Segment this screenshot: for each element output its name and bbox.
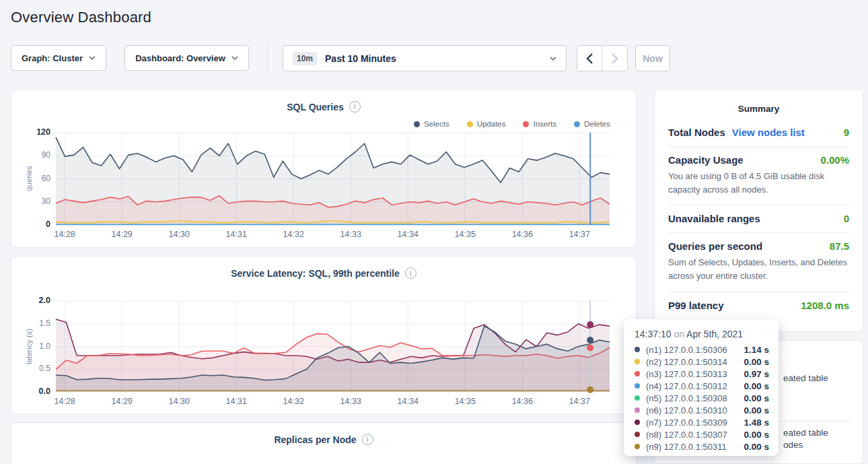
tooltip-node-row: (n2) 127.0.0.1:503140.00 s bbox=[635, 356, 769, 368]
time-step-buttons bbox=[577, 45, 628, 71]
summary-metric-value: 87.5 bbox=[830, 240, 849, 252]
x-tick-label: 14:37 bbox=[563, 397, 595, 406]
next-time-button[interactable] bbox=[602, 46, 627, 71]
y-tick-label: 1.0 bbox=[13, 341, 50, 351]
y-tick-label: 0 bbox=[13, 220, 50, 229]
x-tick-label: 14:32 bbox=[277, 397, 310, 406]
x-tick-label: 14:30 bbox=[163, 230, 195, 239]
node-color-dot bbox=[635, 359, 640, 364]
summary-metric-label: P99 latency bbox=[668, 300, 724, 311]
tooltip-node-row: (n9) 127.0.0.1:503110.00 s bbox=[635, 440, 769, 453]
event-item-fragment: eated table bbox=[783, 373, 828, 383]
summary-metric-subtext: Sum of Selects, Updates, Inserts, and De… bbox=[668, 256, 849, 283]
replicas-per-node-chart-panel: Replicas per Node i bbox=[11, 422, 637, 464]
service-latency-chart-panel: Service Latency: SQL, 99th percentile i … bbox=[11, 256, 637, 414]
chevron-down-icon bbox=[231, 56, 238, 60]
node-color-dot bbox=[635, 432, 640, 437]
prev-time-button[interactable] bbox=[577, 46, 602, 71]
x-tick-label: 14:33 bbox=[334, 230, 367, 239]
legend-dot bbox=[574, 121, 580, 127]
tooltip-node-value: 0.00 s bbox=[744, 430, 769, 440]
y-tick-label: 90 bbox=[13, 150, 50, 160]
y-tick-label: 120 bbox=[13, 127, 50, 137]
legend-item-selects[interactable]: Selects bbox=[414, 120, 449, 128]
chart-title: Service Latency: SQL, 99th percentile bbox=[231, 268, 400, 279]
x-tick-label: 14:31 bbox=[220, 230, 252, 239]
y-tick-label: 1.5 bbox=[13, 319, 50, 328]
tooltip-node-value: 0.97 s bbox=[744, 369, 769, 379]
node-color-dot bbox=[635, 371, 640, 376]
summary-metric-subtext: You are using 0 B of 4.5 GiB usable disk… bbox=[668, 170, 849, 197]
x-tick-label: 14:34 bbox=[392, 397, 424, 406]
y-tick-label: 30 bbox=[13, 197, 50, 206]
chevron-right-icon bbox=[611, 53, 618, 64]
tooltip-node-row: (n1) 127.0.0.1:503061.14 s bbox=[635, 343, 769, 356]
y-tick-label: 0.0 bbox=[13, 387, 50, 396]
dashboard-dropdown-label: Dashboard: Overview bbox=[135, 53, 225, 63]
time-range-picker[interactable]: 10m Past 10 Minutes bbox=[283, 45, 567, 71]
chevron-down-icon bbox=[550, 57, 556, 61]
tooltip-timestamp: 14:37:10 on Apr 5th, 2021 bbox=[635, 329, 769, 339]
service-latency-plot[interactable] bbox=[56, 301, 610, 392]
now-button[interactable]: Now bbox=[635, 45, 670, 71]
sql-queries-chart-panel: SQL Queries i SelectsUpdatesInsertsDelet… bbox=[11, 90, 637, 248]
legend-label: Selects bbox=[424, 120, 449, 128]
summary-metric-row: P99 latency1208.0 ms bbox=[668, 292, 849, 319]
chart-title: Replicas per Node bbox=[274, 434, 356, 445]
node-color-dot bbox=[635, 383, 640, 389]
tooltip-node-value: 1.14 s bbox=[744, 345, 769, 355]
tooltip-node-address: (n9) 127.0.0.1:50311 bbox=[646, 442, 727, 452]
legend-label: Deletes bbox=[584, 120, 610, 128]
sql-queries-plot[interactable] bbox=[56, 133, 610, 225]
legend-dot bbox=[523, 121, 529, 127]
legend-dot bbox=[414, 121, 420, 127]
chart-legend: SelectsUpdatesInsertsDeletes bbox=[414, 120, 610, 128]
y-tick-label: 2.0 bbox=[13, 296, 50, 305]
legend-item-updates[interactable]: Updates bbox=[467, 120, 506, 128]
tooltip-node-address: (n8) 127.0.0.1:50307 bbox=[646, 430, 727, 440]
time-range-badge: 10m bbox=[293, 52, 317, 65]
event-item-fragment: odes bbox=[783, 440, 803, 450]
x-tick-label: 14:28 bbox=[48, 397, 81, 406]
view-nodes-link[interactable]: View nodes list bbox=[732, 127, 805, 138]
summary-title: Summary bbox=[655, 90, 863, 114]
node-color-dot bbox=[635, 444, 640, 449]
summary-metric-row: Capacity Usage0.00%You are using 0 B of … bbox=[668, 147, 849, 205]
legend-item-inserts[interactable]: Inserts bbox=[523, 120, 556, 128]
legend-item-deletes[interactable]: Deletes bbox=[574, 120, 610, 128]
legend-label: Updates bbox=[477, 120, 506, 128]
page-title: Overview Dashboard bbox=[11, 9, 151, 26]
summary-metric-row: Unavailable ranges0 bbox=[668, 205, 849, 233]
tooltip-node-value: 1.48 s bbox=[744, 418, 769, 428]
tooltip-node-row: (n3) 127.0.0.1:503130.97 s bbox=[635, 368, 769, 380]
summary-metric-label: Total Nodes bbox=[668, 127, 725, 138]
x-tick-label: 14:35 bbox=[449, 397, 481, 406]
x-tick-label: 14:30 bbox=[163, 397, 195, 406]
tooltip-node-address: (n4) 127.0.0.1:50312 bbox=[646, 381, 727, 391]
tooltip-node-row: (n5) 127.0.0.1:503080.00 s bbox=[635, 392, 769, 404]
info-icon[interactable]: i bbox=[405, 267, 417, 279]
chart-tooltip: 14:37:10 on Apr 5th, 2021 (n1) 127.0.0.1… bbox=[624, 319, 779, 456]
summary-metric-label: Capacity Usage bbox=[668, 154, 744, 166]
toolbar-divider bbox=[267, 43, 268, 73]
info-icon[interactable]: i bbox=[349, 101, 361, 112]
event-item-fragment: eated table bbox=[783, 428, 828, 438]
legend-label: Inserts bbox=[533, 120, 556, 128]
summary-metric-value: 0.00% bbox=[820, 154, 849, 166]
tooltip-node-row: (n4) 127.0.0.1:503120.00 s bbox=[635, 380, 769, 392]
graph-dropdown[interactable]: Graph: Cluster bbox=[11, 45, 106, 71]
tooltip-node-address: (n6) 127.0.0.1:50310 bbox=[646, 405, 727, 416]
tooltip-node-row: (n6) 127.0.0.1:503100.00 s bbox=[635, 404, 769, 416]
summary-metric-value: 1208.0 ms bbox=[801, 300, 849, 311]
x-tick-label: 14:36 bbox=[506, 230, 538, 239]
node-color-dot bbox=[635, 395, 640, 401]
legend-dot bbox=[467, 121, 473, 127]
dashboard-dropdown[interactable]: Dashboard: Overview bbox=[124, 45, 249, 71]
y-tick-label: 0.5 bbox=[13, 364, 50, 373]
info-icon[interactable]: i bbox=[362, 434, 373, 445]
tooltip-node-value: 0.00 s bbox=[744, 381, 769, 391]
summary-panel: Summary Total NodesView nodes list9Capac… bbox=[654, 90, 863, 332]
x-tick-label: 14:35 bbox=[449, 230, 481, 239]
tooltip-node-value: 0.00 s bbox=[744, 405, 769, 416]
summary-metric-label: Unavailable ranges bbox=[668, 213, 760, 224]
